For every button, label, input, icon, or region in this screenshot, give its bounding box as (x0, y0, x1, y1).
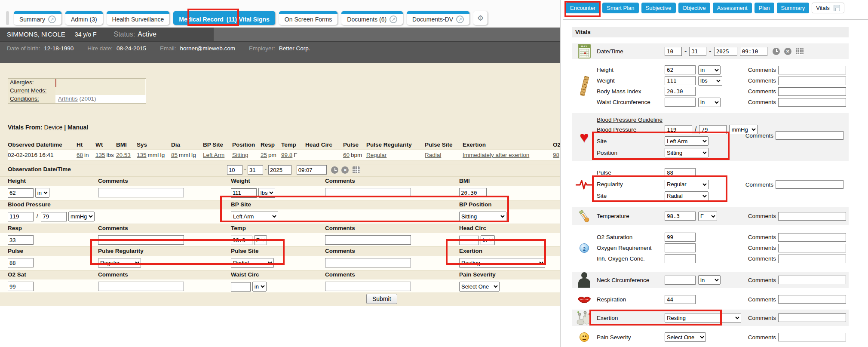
pulse-site-link[interactable]: Radial (425, 152, 441, 158)
rt-weight-comments-input[interactable] (778, 77, 846, 85)
resp-comments-input[interactable] (98, 235, 184, 245)
tab-smart-plan[interactable]: Smart Plan (602, 3, 638, 13)
rt-temperature-comments-input[interactable] (778, 212, 846, 221)
tab-objective[interactable]: Objective (678, 3, 710, 13)
tab-admin[interactable]: Admin (3) (65, 11, 103, 25)
rt-exertion-select[interactable]: Resting (665, 313, 741, 322)
calendar-icon[interactable] (796, 48, 804, 55)
rt-height-unit-select[interactable]: in (698, 65, 721, 75)
current-meds-link[interactable]: Current Meds: (10, 87, 47, 94)
tab-health-surveillance[interactable]: Health Surveillance (107, 11, 170, 25)
temp-input[interactable] (231, 236, 252, 245)
pulse-site-select[interactable]: Radial (231, 258, 274, 268)
pulse-regularity-link[interactable]: Regular (366, 152, 386, 158)
rt-bp-diastolic-input[interactable] (699, 125, 727, 134)
rt-waist-input[interactable] (665, 98, 696, 107)
waist-comments-input[interactable] (325, 282, 411, 291)
bp-site-select[interactable]: Left Arm (231, 212, 278, 221)
position-link[interactable]: Sitting (232, 152, 248, 158)
tab-documents[interactable]: Documents (6) ↗ (341, 11, 403, 25)
bp-unit-select[interactable]: mmHg (68, 212, 95, 221)
rt-o2-saturation-input[interactable] (665, 233, 696, 242)
head-circ-input[interactable] (459, 236, 479, 245)
waist-circ-input[interactable] (231, 282, 251, 292)
bmi-input[interactable] (459, 188, 487, 197)
wt-link[interactable]: 135 (95, 152, 105, 158)
rt-bp-position-select[interactable]: Sitting (665, 148, 709, 157)
clock-icon[interactable] (331, 166, 338, 174)
rt-waist-unit-select[interactable]: in (698, 98, 721, 107)
pulse-comments-input[interactable] (325, 258, 411, 267)
rt-pulse-regularity-select[interactable]: Regular (665, 180, 709, 189)
rt-oxygen-requirement-input[interactable] (665, 243, 696, 252)
open-in-new-icon[interactable]: ↗ (390, 15, 397, 23)
bp-systolic-input[interactable] (8, 212, 34, 221)
rt-inh-oxygen-comments-input[interactable] (778, 255, 846, 263)
tab-documents-dv[interactable]: Documents-DV ↗ (407, 11, 469, 25)
head-circ-unit-select[interactable]: in (481, 235, 495, 245)
pulse-link[interactable]: 60 (343, 152, 350, 158)
pulse-input[interactable] (8, 258, 34, 267)
open-in-new-icon[interactable]: ↗ (456, 15, 464, 23)
height-unit-select[interactable]: in (35, 188, 49, 198)
bp-position-select[interactable]: Sitting (459, 212, 506, 221)
ht-link[interactable]: 68 (77, 152, 83, 158)
rt-neck-input[interactable] (665, 276, 696, 285)
rt-neck-comments-input[interactable] (778, 276, 846, 284)
rt-bp-comments-input[interactable] (776, 131, 843, 140)
save-icon[interactable] (834, 5, 840, 11)
waist-circ-unit-select[interactable]: in (252, 282, 267, 292)
bmi-link[interactable]: 20.53 (116, 152, 131, 158)
temp-link[interactable]: 99.8 (281, 152, 292, 158)
rt-pulse-site-select[interactable]: Radial (665, 191, 709, 201)
rt-o2-sat-comments-input[interactable] (778, 233, 846, 242)
weight-comments-input[interactable] (325, 188, 411, 197)
vitals-from-manual-link[interactable]: Manual (67, 124, 88, 131)
tab-settings-button[interactable]: ⚙ (473, 11, 488, 25)
calendar-icon[interactable] (353, 166, 360, 173)
bp-diastolic-input[interactable] (41, 212, 67, 221)
rt-day-input[interactable] (689, 47, 706, 56)
rt-waist-comments-input[interactable] (778, 98, 846, 107)
open-in-new-icon[interactable]: ↗ (48, 15, 56, 23)
bp-site-link[interactable]: Left Arm (203, 152, 224, 158)
obs-time-input[interactable] (297, 165, 327, 175)
rt-temperature-input[interactable] (665, 212, 696, 221)
rt-bmi-input[interactable] (665, 87, 696, 96)
temp-comments-input[interactable] (325, 235, 411, 245)
submit-button[interactable]: Submit (366, 294, 397, 304)
rt-year-input[interactable] (714, 47, 737, 56)
obs-year-input[interactable] (268, 165, 291, 175)
rt-bp-systolic-input[interactable] (665, 125, 692, 134)
rt-time-input[interactable] (740, 47, 767, 56)
weight-unit-select[interactable]: lbs (258, 188, 275, 198)
tab-on-screen-forms[interactable]: On Screen Forms (279, 11, 337, 25)
condition-arthritis-link[interactable]: Arthritis (58, 95, 78, 102)
o2-comments-input[interactable] (98, 282, 184, 291)
tab-medical-record-vital-signs[interactable]: Medical Record (11):Vital Signs (173, 11, 275, 25)
dia-link[interactable]: 85 (171, 152, 178, 158)
temp-unit-select[interactable]: F (254, 235, 267, 245)
rt-height-input[interactable] (665, 65, 696, 74)
rt-respiration-comments-input[interactable] (778, 295, 846, 304)
rt-weight-unit-select[interactable]: lbs (698, 76, 722, 86)
rt-bmi-comments-input[interactable] (778, 87, 846, 96)
tab-summary-right[interactable]: Summary (777, 3, 810, 13)
conditions-link[interactable]: Conditions: (10, 95, 39, 102)
tab-summary[interactable]: Summary ↗ (14, 11, 61, 25)
resp-link[interactable]: 25 (261, 152, 267, 158)
rt-neck-unit-select[interactable]: in (698, 275, 721, 285)
sys-link[interactable]: 135 (137, 152, 147, 158)
rt-weight-input[interactable] (665, 76, 696, 85)
rt-height-comments-input[interactable] (778, 66, 846, 74)
bp-guideline-link[interactable]: Blood Pressure Guideline (597, 117, 663, 123)
rt-oxygen-req-comments-input[interactable] (778, 244, 846, 252)
clock-icon[interactable] (773, 48, 780, 55)
o2-link[interactable]: 98 (553, 152, 559, 158)
obs-day-input[interactable] (248, 165, 263, 175)
tab-vitals[interactable]: Vitals (812, 3, 844, 13)
rt-pulse-comments-input[interactable] (776, 180, 843, 189)
height-input[interactable] (8, 188, 34, 198)
pain-severity-select[interactable]: Select One (459, 282, 500, 292)
allergies-link[interactable]: Allergies: (10, 79, 34, 86)
